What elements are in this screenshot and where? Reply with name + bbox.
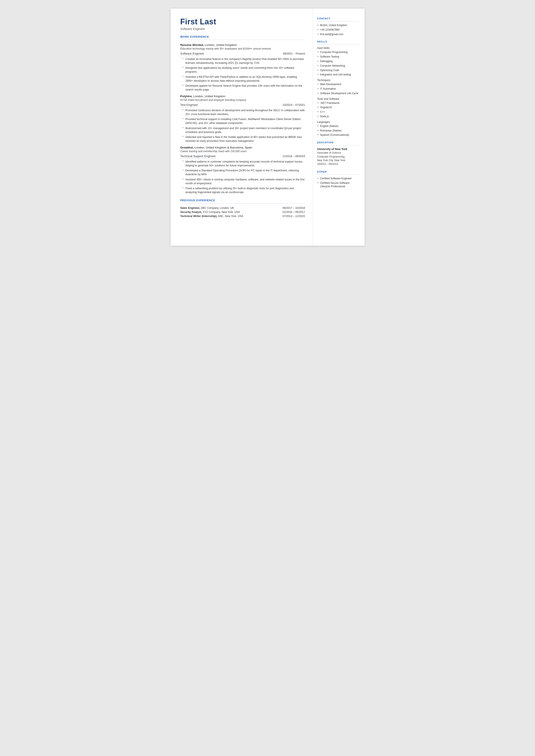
job-3-row: Technical Support Engineer 11/2018 – 09/…	[180, 154, 305, 158]
skill-item: Optimizing Code	[317, 69, 360, 72]
work-experience-divider	[180, 40, 305, 40]
edu-1-school: University of New York	[317, 147, 360, 151]
job-3-title: Technical Support Engineer	[180, 154, 216, 158]
skill-item: Computer Programming	[317, 50, 360, 54]
technique-item: Web Development	[317, 83, 360, 86]
bullet-item: Fixed a networking problem by utilizing …	[183, 186, 305, 194]
prev-exp-1-dates: 06/2017 – 10/2018	[282, 207, 305, 210]
skill-item: Integration and Unit testing	[317, 73, 360, 76]
employer-1-name: Resume Worded, London, United Kingdom	[180, 43, 237, 46]
other-item: Certified Secure Software Lifecycle Prof…	[317, 181, 360, 188]
employer-1: Resume Worded, London, United Kingdom	[180, 43, 305, 47]
edu-1-degree: Associate of Science	[317, 151, 360, 155]
employer-3: Growthsi, London, United Kingdom & Barce…	[180, 146, 305, 149]
skill-item: Software Testing	[317, 55, 360, 59]
employer-2: Polyhire, London, United Kingdom	[180, 94, 305, 98]
contact-phone: +44 1234567890	[317, 28, 360, 32]
work-experience-header: WORK EXPERIENCE	[180, 35, 305, 38]
contact-list: Bristol, United Kingdom +44 1234567890 f…	[317, 23, 360, 36]
bullet-item: Brainstormed with 10+ management and 30+…	[183, 126, 305, 134]
job-subtitle: Software Engineer	[180, 27, 305, 31]
bullet-item: Provided technical support in installing…	[183, 117, 305, 125]
prev-exp-2: Security Analyst, XYZ Company, New York,…	[180, 210, 305, 213]
job-2-title: Test Engineer	[180, 103, 198, 107]
edu-1: University of New York Associate of Scie…	[317, 147, 360, 166]
tool-item: AngularJS	[317, 106, 360, 109]
tool-item: Node.js	[317, 115, 360, 118]
edu-1-field: Computer Programming	[317, 155, 360, 159]
technique-item: IT Automation	[317, 87, 360, 91]
prev-exp-3-title: Technical Writer (Internship), ABC, New …	[180, 215, 243, 218]
tool-item: .NET Framework	[317, 101, 360, 105]
job-1-dates: 08/2021 – Present	[283, 52, 305, 55]
languages-list: English (Native) Romanian (Native) Spani…	[317, 124, 360, 137]
language-item: English (Native)	[317, 124, 360, 128]
skills-header: SKILLS	[317, 40, 360, 43]
employer-2-tagline: NYSE-listed recruitment and employer bra…	[180, 98, 305, 101]
contact-email: first.last@gmail.com	[317, 33, 360, 36]
prev-exp-3: Technical Writer (Internship), ABC, New …	[180, 215, 305, 218]
hard-skills-list: Computer Programming Software Testing De…	[317, 50, 360, 76]
employer-3-name: Growthsi, London, United Kingdom & Barce…	[180, 146, 252, 149]
bullet-item: Assisted 450+ clients in solving compute…	[183, 178, 305, 185]
full-name: First Last	[180, 17, 305, 26]
education-header: EDUCATION	[317, 141, 360, 144]
techniques-list: Web Development IT Automation Software D…	[317, 83, 360, 95]
bullet-item: Created an innovative feature in the com…	[183, 57, 305, 65]
contact-divider	[317, 21, 360, 21]
bullet-item: Designed new applications by studying us…	[183, 66, 305, 74]
tool-item: C++	[317, 110, 360, 114]
prev-exp-2-title: Security Analyst, XYZ Company, New York,…	[180, 210, 240, 213]
previous-experience-divider	[180, 203, 305, 204]
bullet-item: Identified patterns in customer complain…	[183, 160, 305, 167]
techniques-label: Techniques:	[317, 79, 360, 82]
employer-3-tagline: Career training and membership SaaS with…	[180, 150, 305, 153]
languages-label: Languages:	[317, 121, 360, 124]
main-column: First Last Software Engineer WORK EXPERI…	[171, 9, 313, 246]
job-1-row: Software Engineer 08/2021 – Present	[180, 52, 305, 56]
edu-1-dates: 10/2011 - 06/2014	[317, 162, 360, 166]
job-2-row: Test Engineer 10/2019 – 07/2021	[180, 103, 305, 107]
edu-1-location: New York City, New York	[317, 159, 360, 162]
tools-list: .NET Framework AngularJS C++ Node.js	[317, 101, 360, 118]
other-divider	[317, 174, 360, 175]
employer-2-name: Polyhire, London, United Kingdom	[180, 95, 225, 98]
other-list: Certified Software Engineer Certified Se…	[317, 177, 360, 188]
bullet-item: Developed a Standard Operating Procedure…	[183, 169, 305, 176]
prev-exp-3-dates: 07/2014 – 12/2015	[282, 215, 305, 218]
job-1-bullets: Created an innovative feature in the com…	[180, 57, 305, 92]
hard-skills-label: Hard Skills:	[317, 46, 360, 49]
other-item: Certified Software Engineer	[317, 177, 360, 181]
job-1-title: Software Engineer	[180, 52, 204, 56]
technique-item: Software Development Life Cycle	[317, 92, 360, 95]
other-header: OTHER	[317, 170, 360, 173]
job-3-bullets: Identified patterns in customer complain…	[180, 160, 305, 194]
prev-exp-1: Sales Engineer, ABC Company, London, UK …	[180, 207, 305, 210]
skill-item: Debugging.	[317, 60, 360, 63]
employer-1-tagline: Education technology startup with 50+ em…	[180, 47, 305, 50]
bullet-item: Promoted continuous iteration of develop…	[183, 108, 305, 116]
education-divider	[317, 145, 360, 145]
skills-divider	[317, 44, 360, 44]
resume-container: First Last Software Engineer WORK EXPERI…	[171, 9, 365, 246]
name-title-block: First Last Software Engineer	[180, 17, 305, 31]
bullet-item: Developed applets for Resume Search Engi…	[183, 84, 305, 92]
language-item: Spanish (Conversational)	[317, 133, 360, 137]
bullet-item: Detected and reported a flaw in the mobi…	[183, 135, 305, 143]
prev-exp-1-title: Sales Engineer, ABC Company, London, UK	[180, 207, 234, 210]
job-3-dates: 11/2018 – 09/2019	[282, 155, 305, 158]
job-2-dates: 10/2019 – 07/2021	[282, 103, 305, 106]
tools-label: Tools and Software:	[317, 98, 360, 100]
previous-experience-header: PREVIOUS EXPERIENCE	[180, 199, 305, 202]
contact-header: CONTACT	[317, 17, 360, 20]
language-item: Romanian (Native)	[317, 129, 360, 132]
job-2-bullets: Promoted continuous iteration of develop…	[180, 108, 305, 143]
prev-exp-2-dates: 01/2016 – 05/2017	[282, 210, 305, 213]
sidebar-column: CONTACT Bristol, United Kingdom +44 1234…	[313, 9, 365, 246]
bullet-item: Invented a RESTful API with Flask/Python…	[183, 75, 305, 83]
skill-item: Computer Networking	[317, 64, 360, 68]
contact-address: Bristol, United Kingdom	[317, 23, 360, 27]
